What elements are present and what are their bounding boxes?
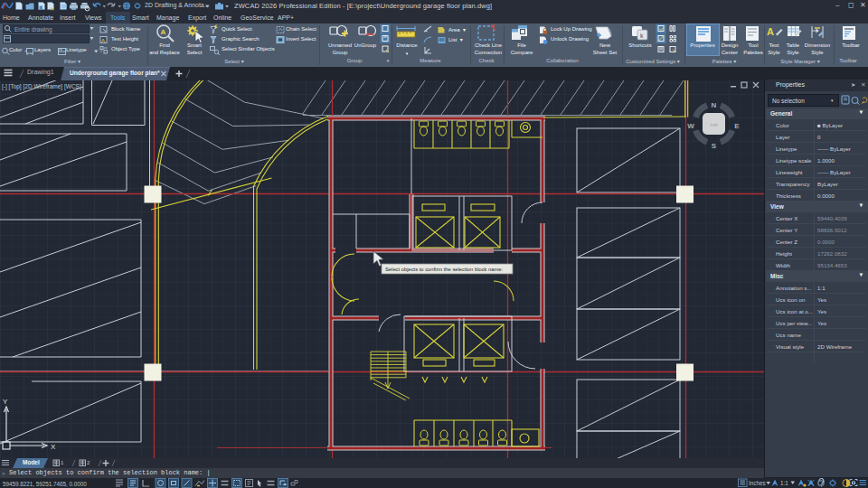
svg-text:X: X (51, 443, 56, 451)
svg-text:Select objects to confirm the: Select objects to confirm the selection … (385, 267, 504, 272)
svg-text:E: E (734, 122, 740, 130)
svg-text:N: N (712, 101, 717, 109)
svg-text:[-] [Top] [2D Wireframe] [WCS]: [-] [Top] [2D Wireframe] [WCS] (2, 83, 81, 90)
svg-text:A: A (767, 26, 774, 37)
svg-text:A: A (101, 38, 105, 43)
svg-text:A: A (161, 28, 166, 36)
svg-text:Inches: Inches (749, 480, 766, 486)
svg-text:TOP: TOP (710, 123, 718, 127)
svg-text:k: k (640, 33, 644, 39)
svg-text:S: S (712, 142, 717, 150)
svg-text:Y: Y (3, 398, 8, 406)
svg-text:1:1: 1:1 (780, 480, 788, 486)
svg-text:W: W (687, 122, 694, 130)
